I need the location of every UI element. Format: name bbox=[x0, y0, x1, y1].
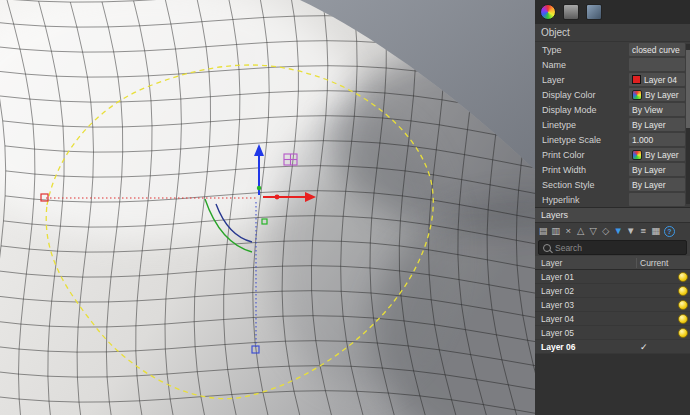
material-tab-icon[interactable] bbox=[586, 4, 602, 20]
property-label: Display Mode bbox=[535, 105, 629, 115]
layer-name: Layer 01 bbox=[535, 272, 637, 282]
layer-visibility-bulb-icon[interactable] bbox=[678, 286, 688, 296]
layer-name: Layer 06 bbox=[535, 342, 637, 352]
property-row-hyperlink: Hyperlink bbox=[535, 192, 690, 207]
property-label: Display Color bbox=[535, 90, 629, 100]
layer-row-02[interactable]: Layer 02 bbox=[535, 284, 690, 298]
filter-icon[interactable]: ▼ bbox=[612, 224, 625, 238]
property-label: Print Color bbox=[535, 150, 629, 160]
viewport[interactable] bbox=[0, 0, 535, 415]
help-icon[interactable]: ? bbox=[664, 226, 675, 237]
property-value-dropdown[interactable]: By Layer bbox=[629, 178, 685, 191]
layers-search-input[interactable] bbox=[555, 243, 682, 253]
layers-toolbar: ▤ ▥ × △ ▽ ◇ ▼ ▼ ≡ ▦ ? bbox=[535, 223, 690, 239]
layers-list-empty-area bbox=[535, 354, 690, 415]
layer-row-01[interactable]: Layer 01 bbox=[535, 270, 690, 284]
property-value-dropdown[interactable]: By Layer bbox=[629, 148, 685, 161]
layer-color-swatch bbox=[632, 75, 641, 84]
search-box[interactable] bbox=[538, 240, 687, 255]
property-value-dropdown[interactable]: By Layer bbox=[629, 163, 685, 176]
expand-icon[interactable]: ◇ bbox=[600, 224, 613, 238]
property-value-text: Layer 04 bbox=[644, 75, 677, 85]
layer-visibility-bulb-icon[interactable] bbox=[678, 314, 688, 324]
new-layer-icon[interactable]: ▤ bbox=[537, 224, 550, 238]
layer-name: Layer 03 bbox=[535, 300, 637, 310]
clamp-tab-icon[interactable] bbox=[563, 4, 579, 20]
property-row-name: Name bbox=[535, 57, 690, 72]
layer-row-03[interactable]: Layer 03 bbox=[535, 298, 690, 312]
column-header-layer[interactable]: Layer bbox=[535, 258, 636, 268]
property-value-input[interactable]: 1.000 bbox=[629, 133, 685, 146]
property-label: Linetype bbox=[535, 120, 629, 130]
layer-visibility-bulb-icon[interactable] bbox=[678, 272, 688, 282]
object-properties-grid: Type closed curve Name Layer Layer 04 Di… bbox=[535, 42, 690, 207]
property-row-print-width: Print Width By Layer bbox=[535, 162, 690, 177]
property-row-linetype: Linetype By Layer bbox=[535, 117, 690, 132]
property-label: Layer bbox=[535, 75, 629, 85]
layer-name: Layer 04 bbox=[535, 314, 637, 324]
move-up-icon[interactable]: △ bbox=[575, 224, 588, 238]
list-options-icon[interactable]: ≡ bbox=[637, 224, 650, 238]
property-value-dropdown[interactable]: closed curve bbox=[629, 43, 685, 56]
property-value-input[interactable] bbox=[629, 58, 685, 71]
filter-edit-icon[interactable]: ▼ bbox=[625, 224, 638, 238]
current-layer-check[interactable]: ✓ bbox=[637, 342, 675, 352]
column-header-current[interactable]: Current bbox=[636, 258, 675, 268]
layer-visibility-bulb-icon[interactable] bbox=[678, 328, 688, 338]
delete-layer-icon[interactable]: × bbox=[562, 224, 575, 238]
property-row-display-mode: Display Mode By View bbox=[535, 102, 690, 117]
property-value-dropdown[interactable]: By View bbox=[629, 103, 685, 116]
viewport-canvas[interactable] bbox=[0, 0, 535, 415]
property-value-text: By Layer bbox=[645, 90, 679, 100]
color-wheel-tab-icon[interactable] bbox=[540, 4, 556, 20]
layers-section-header: Layers bbox=[535, 207, 690, 223]
grid-view-icon[interactable]: ▦ bbox=[650, 224, 663, 238]
property-row-display-color: Display Color By Layer bbox=[535, 87, 690, 102]
x-axis-midpoint-dot[interactable] bbox=[275, 195, 280, 200]
layer-name: Layer 05 bbox=[535, 328, 637, 338]
properties-scrollbar[interactable] bbox=[686, 44, 690, 204]
layers-search-row bbox=[535, 239, 690, 256]
y-axis-handle[interactable] bbox=[257, 186, 261, 190]
property-row-layer: Layer Layer 04 bbox=[535, 72, 690, 87]
layer-row-06[interactable]: Layer 06 ✓ bbox=[535, 340, 690, 354]
layer-row-04[interactable]: Layer 04 bbox=[535, 312, 690, 326]
property-value-dropdown[interactable]: By Layer bbox=[629, 88, 685, 101]
move-down-icon[interactable]: ▽ bbox=[587, 224, 600, 238]
property-label: Name bbox=[535, 60, 629, 70]
property-label: Type bbox=[535, 45, 629, 55]
layers-column-header: Layer Current bbox=[535, 256, 690, 270]
property-label: Hyperlink bbox=[535, 195, 629, 205]
search-icon bbox=[543, 244, 551, 252]
palette-icon bbox=[632, 150, 642, 160]
property-row-linetype-scale: Linetype Scale 1.000 bbox=[535, 132, 690, 147]
layer-name: Layer 02 bbox=[535, 286, 637, 296]
property-label: Linetype Scale bbox=[535, 135, 629, 145]
panel-tab-strip bbox=[535, 0, 690, 24]
property-row-type: Type closed curve bbox=[535, 42, 690, 57]
property-label: Print Width bbox=[535, 165, 629, 175]
layer-visibility-bulb-icon[interactable] bbox=[678, 300, 688, 310]
property-value-text: By Layer bbox=[645, 150, 679, 160]
property-value-input[interactable] bbox=[629, 193, 685, 206]
property-value-dropdown[interactable]: Layer 04 bbox=[629, 73, 685, 86]
object-section-header: Object bbox=[535, 24, 690, 42]
new-sublayer-icon[interactable]: ▥ bbox=[550, 224, 563, 238]
property-row-print-color: Print Color By Layer bbox=[535, 147, 690, 162]
scrollbar-thumb[interactable] bbox=[686, 50, 690, 128]
property-value-dropdown[interactable]: By Layer bbox=[629, 118, 685, 131]
property-row-section-style: Section Style By Layer bbox=[535, 177, 690, 192]
layer-row-05[interactable]: Layer 05 bbox=[535, 326, 690, 340]
properties-panel: Object Type closed curve Name Layer Laye… bbox=[535, 0, 690, 415]
palette-icon bbox=[632, 90, 642, 100]
property-label: Section Style bbox=[535, 180, 629, 190]
